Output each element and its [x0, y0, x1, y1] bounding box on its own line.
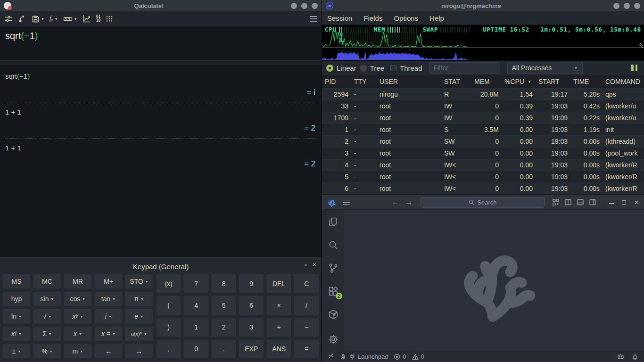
keypad-button-)[interactable]: ) — [156, 318, 182, 337]
window-button[interactable] — [291, 3, 297, 9]
bell-icon[interactable] — [632, 353, 638, 360]
keypad-button-6[interactable]: 6 — [239, 296, 264, 315]
pause-button[interactable] — [631, 65, 640, 71]
assistant-robot-icon[interactable] — [617, 353, 624, 360]
process-row[interactable]: 5-rootIW<00.0019:030.00s(kworker/R — [322, 171, 644, 183]
split-vertical-icon[interactable] — [564, 198, 572, 206]
keypad-detach-icon[interactable]: ○ — [305, 262, 307, 267]
tree-radio[interactable] — [360, 65, 367, 72]
filter-input[interactable] — [429, 62, 500, 74]
column-header-STAT[interactable]: STAT — [441, 75, 471, 88]
keypad-button-M+[interactable]: M+ — [94, 274, 123, 289]
history-entry[interactable]: 1 + 1= 2 — [5, 143, 316, 174]
keypad-button-C[interactable]: C — [294, 274, 319, 293]
store-icon[interactable]: ▼ — [32, 15, 44, 23]
keypad-button-3[interactable]: 3 — [239, 318, 264, 337]
process-row[interactable]: 2-rootSW00.0019:030.00s(kthreadd) — [322, 136, 644, 147]
maximize-button[interactable] — [622, 200, 626, 205]
process-row[interactable]: 1-rootS3.5M0.0019:031.19sinit — [322, 123, 644, 136]
thread-checkbox[interactable] — [390, 65, 396, 71]
keypad-button-x =[interactable]: x =▼ — [94, 326, 123, 341]
extensions-icon[interactable]: 2 — [328, 286, 339, 297]
keypad-button-xʸ[interactable]: xʸ▼ — [64, 309, 92, 324]
close-button[interactable]: ✕ — [634, 199, 639, 206]
launchpad-item[interactable]: Launchpad — [340, 353, 388, 360]
history-entry[interactable]: sqrt(−1)= i — [5, 71, 316, 103]
keypad-button-MS[interactable]: MS — [2, 274, 31, 289]
process-row[interactable]: 2594-niroguR20.8M1.5419:175.20sqps — [322, 89, 644, 100]
process-row[interactable]: 6-rootIW<00.0019:030.00s(kworker/R — [322, 183, 644, 194]
keypad-button-x![interactable]: x!▼ — [2, 326, 31, 341]
column-header-MEM[interactable]: MEM — [471, 75, 502, 88]
column-header-TTY[interactable]: TTY — [351, 75, 377, 88]
functions-icon[interactable]: fₓ ▼ — [50, 15, 58, 23]
keypad-button-+[interactable]: + — [266, 318, 292, 337]
keypad-button-8[interactable]: 8 — [211, 274, 237, 293]
column-header-COMMAND[interactable]: COMMAND — [603, 75, 644, 88]
keypad-button-0[interactable]: 0 — [183, 339, 209, 359]
column-header-%CPU[interactable]: %CPU▼ — [502, 75, 536, 88]
window-button[interactable] — [301, 3, 307, 9]
keypad-button-π[interactable]: π▼ — [125, 291, 153, 306]
keypad-button-x[interactable]: x▼ — [64, 326, 92, 341]
keypad-button-sin[interactable]: sin▼ — [33, 291, 61, 306]
back-arrow-icon[interactable]: ← — [391, 198, 399, 206]
disconnected-icon[interactable] — [328, 353, 334, 361]
menu-help[interactable]: Help — [429, 14, 444, 22]
menu-fields[interactable]: Fields — [363, 14, 382, 22]
menu-icon[interactable] — [343, 200, 350, 205]
keypad-button-→[interactable]: → — [125, 344, 153, 359]
settings-gear-icon[interactable] — [328, 334, 339, 345]
window-button[interactable] — [312, 3, 318, 9]
panel-right-icon[interactable] — [589, 198, 596, 206]
keypad-button-×[interactable]: × — [266, 296, 292, 315]
forward-arrow-icon[interactable]: → — [405, 198, 413, 206]
keypad-button-(x)[interactable]: (x) — [156, 274, 182, 293]
keypad-button-%[interactable]: %▼ — [33, 344, 61, 359]
column-header-START[interactable]: START — [536, 75, 570, 88]
process-scope-dropdown[interactable]: All Processes ▼ — [507, 62, 583, 74]
keypad-button-e[interactable]: e▼ — [125, 309, 153, 324]
expression-input[interactable]: sqrt(−1) — [0, 27, 322, 61]
process-row[interactable]: 33-rootIW00.3919:030.42s(kworker/u — [322, 100, 644, 112]
column-header-USER[interactable]: USER — [377, 75, 441, 88]
warning-indicator[interactable]: 0 — [412, 353, 424, 360]
history-entry[interactable]: 1 + 1= 2 — [5, 107, 316, 139]
process-row[interactable]: 3-rootSW00.0019:030.00s(pool_work — [322, 147, 644, 159]
linear-radio[interactable] — [326, 65, 333, 72]
convert-icon[interactable] — [18, 15, 26, 23]
keypad-button-,[interactable]: , — [156, 339, 182, 359]
keypad-button-1[interactable]: 1 — [183, 318, 209, 337]
keypad-toggle-icon[interactable] — [106, 15, 113, 23]
keypad-button-ANS[interactable]: ANS — [266, 339, 292, 359]
keypad-button-4[interactable]: 4 — [183, 296, 209, 315]
keypad-button-i[interactable]: i▼ — [94, 309, 123, 324]
keypad-button-=[interactable]: = — [294, 339, 319, 359]
coral-logo-icon[interactable] — [327, 198, 336, 207]
window-button[interactable] — [634, 3, 640, 9]
keypad-button-tan[interactable]: tan▼ — [94, 291, 123, 306]
file-explorer-icon[interactable] — [328, 216, 339, 228]
keypad-button-±[interactable]: ±▼ — [2, 344, 31, 359]
panel-bottom-icon[interactable] — [577, 198, 584, 206]
column-header-PID[interactable]: PID — [322, 75, 351, 88]
minimize-button[interactable] — [609, 203, 614, 204]
keypad-button-m[interactable]: m▼ — [64, 344, 92, 359]
column-header-TIME[interactable]: TIME — [570, 75, 603, 88]
package-icon[interactable] — [328, 309, 339, 320]
layout-grid-icon[interactable] — [552, 198, 560, 206]
source-control-icon[interactable] — [328, 263, 339, 274]
keypad-button-√[interactable]: √▼ — [33, 309, 61, 324]
keypad-button-MC[interactable]: MC — [33, 274, 61, 289]
keypad-button-7[interactable]: 7 — [183, 274, 209, 293]
keypad-button-EXP[interactable]: EXP — [239, 339, 264, 359]
keypad-button-.[interactable]: . — [211, 339, 237, 359]
mode-icon[interactable] — [4, 15, 13, 23]
keypad-button-←[interactable]: ← — [94, 344, 123, 359]
search-box[interactable]: Search — [421, 197, 545, 208]
keypad-button-9[interactable]: 9 — [239, 274, 264, 293]
keypad-button-ln[interactable]: ln▼ — [2, 309, 31, 324]
keypad-button-DEL[interactable]: DEL — [266, 274, 292, 293]
units-icon[interactable]: ▼ — [63, 15, 77, 23]
keypad-close-icon[interactable]: ✕ — [313, 262, 316, 267]
